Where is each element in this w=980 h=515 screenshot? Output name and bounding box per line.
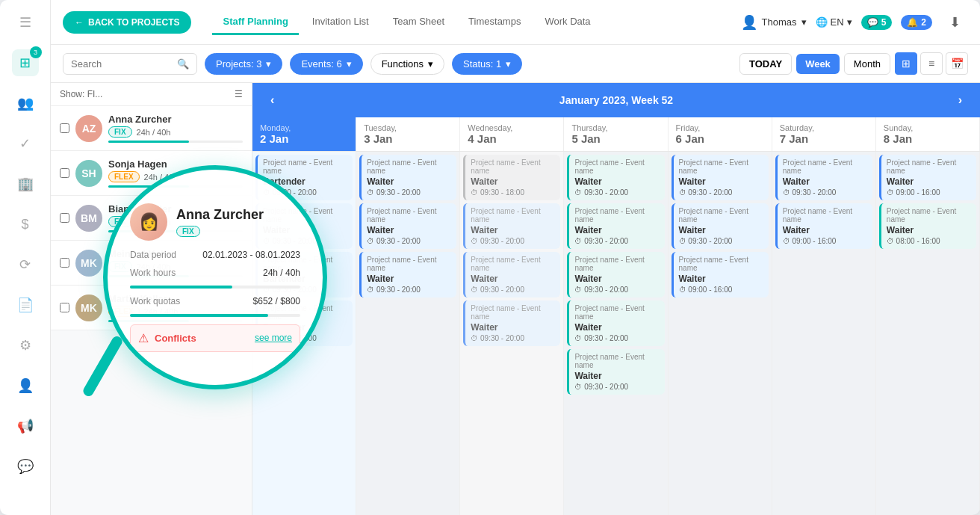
events-chevron-icon: ▾ — [347, 58, 352, 70]
functions-filter-button[interactable]: Functions ▾ — [370, 53, 444, 75]
staff-item[interactable]: MK Meinrad Keller FIX 24h / 40h — [51, 241, 252, 286]
event-card[interactable]: Project name - Event name Waiter ⏱ 09:00… — [775, 203, 872, 249]
sidebar-menu-icon[interactable]: ☰ — [12, 9, 39, 36]
calendar-col-thursday: Project name - Event name Waiter ⏱ 09:30… — [564, 152, 668, 515]
day-header-sunday[interactable]: Sunday, 8 Jan — [876, 117, 980, 151]
tab-team-sheet[interactable]: Team Sheet — [382, 10, 455, 35]
calendar-header: ‹ January 2023, Week 52 › — [252, 83, 980, 117]
event-card[interactable]: Project name - Event name Waiter ⏱ 09:30… — [567, 252, 664, 297]
staff-name: Meinrad Keller — [108, 248, 243, 259]
sidebar-building-icon[interactable]: 🏢 — [12, 170, 39, 197]
sidebar-gear-icon[interactable]: ⚙ — [12, 332, 39, 359]
event-card[interactable]: Project name - Event name Bartender ⏱ 09… — [255, 252, 353, 297]
staff-item[interactable]: BM Bianca Moller FIX 24h / 40h — [51, 196, 252, 241]
event-card[interactable]: Project name - Event name Waiter ⏱ 09:30… — [567, 300, 664, 346]
event-card[interactable]: Project name - Event name Waiter ⏱ 09:00… — [672, 252, 769, 297]
week-button[interactable]: Week — [796, 54, 840, 74]
event-card[interactable]: Project name - Event name Waiter ⏱ 09:30… — [775, 155, 872, 200]
calendar-days-header: Monday, 2 Jan Tuesday, 3 Jan Wednesday, … — [252, 117, 980, 152]
event-card[interactable]: Project name - Event name Waiter ⏱ 09:30… — [463, 300, 560, 346]
nav-tabs: Staff Planning Invitation List Team Shee… — [212, 10, 601, 35]
event-card[interactable]: Project name - Event name Bartender ⏱ 09… — [255, 155, 353, 200]
back-to-projects-button[interactable]: ← BACK TO PROJECTS — [63, 11, 191, 34]
day-header-thursday[interactable]: Thursday, 5 Jan — [564, 117, 668, 151]
staff-tag: FIX — [108, 216, 132, 227]
staff-name: Sonja Hagen — [108, 158, 243, 170]
search-input[interactable] — [71, 58, 171, 70]
user-chevron-icon: ▾ — [801, 16, 807, 28]
download-icon[interactable]: ⬇ — [941, 9, 968, 36]
card-view-button[interactable]: ⊞ — [895, 52, 917, 75]
staff-checkbox[interactable] — [60, 213, 69, 223]
event-card[interactable]: Project name - Event name Waiter ⏱ 09:30… — [567, 203, 664, 249]
day-header-monday[interactable]: Monday, 2 Jan — [252, 117, 356, 151]
next-week-button[interactable]: › — [952, 90, 968, 110]
tab-work-data[interactable]: Work Data — [534, 10, 601, 35]
sidebar-sync-icon[interactable]: ⟳ — [12, 251, 39, 278]
staff-checkbox[interactable] — [60, 123, 69, 133]
sidebar-user-icon[interactable]: 👤 — [12, 372, 39, 399]
avatar: MK — [75, 250, 102, 277]
search-box[interactable]: 🔍 — [63, 53, 197, 75]
staff-info: Meinrad Keller FIX 24h / 40h — [108, 248, 243, 277]
event-card[interactable]: Project name - Event name Waiter ⏱ 09:30… — [672, 155, 769, 200]
staff-item[interactable]: AZ Anna Zurcher FIX 24h / 40h — [51, 106, 252, 151]
projects-filter-button[interactable]: Projects: 3 ▾ — [205, 53, 282, 75]
staff-item[interactable]: MK Martin Keller FLEX 24h / 40h — [51, 286, 252, 330]
lang-label: EN — [831, 16, 844, 28]
events-filter-button[interactable]: Events: 6 ▾ — [290, 53, 362, 75]
staff-tag: FIX — [108, 126, 132, 138]
status-filter-button[interactable]: Status: 1 ▾ — [452, 53, 522, 75]
event-card[interactable]: Project name - Event name Waiter ⏱ 09:30… — [463, 252, 560, 297]
username-label: Thomas — [762, 16, 797, 28]
staff-tag: FIX — [108, 261, 132, 272]
sidebar-megaphone-icon[interactable]: 📢 — [12, 413, 39, 440]
staff-checkbox[interactable] — [60, 168, 69, 178]
day-header-wednesday[interactable]: Wednesday, 4 Jan — [460, 117, 564, 151]
grid-view-toggle: ⊞ ≡ 📅 — [895, 52, 968, 75]
day-header-friday[interactable]: Friday, 6 Jan — [669, 117, 772, 151]
staff-item[interactable]: SH Sonja Hagen FLEX 24h / 40h — [51, 151, 252, 196]
day-header-tuesday[interactable]: Tuesday, 3 Jan — [356, 117, 460, 151]
event-card[interactable]: Project name - Event name Waiter ⏱ 09:30… — [672, 203, 769, 249]
hours-fill — [108, 230, 189, 232]
event-card[interactable]: Project name - Event name Waiter ⏱ 09:00… — [879, 155, 976, 200]
event-card[interactable]: Project name - Event name Waiter ⏱ 08:00… — [879, 203, 976, 249]
list-view-button[interactable]: ≡ — [920, 52, 943, 75]
chat-notification-badge[interactable]: 💬 5 — [861, 15, 893, 30]
sidebar-check-icon[interactable]: ✓ — [12, 130, 39, 157]
tab-staff-planning[interactable]: Staff Planning — [212, 10, 298, 35]
sidebar-people-icon[interactable]: 👥 — [12, 90, 39, 117]
event-card[interactable]: Project name - Event name Waiter ⏱ 09:30… — [255, 203, 353, 249]
hours-fill — [108, 320, 189, 322]
bell-notification-badge[interactable]: 🔔 2 — [901, 15, 932, 30]
sidebar-chat-icon[interactable]: 💬 — [12, 453, 39, 480]
view-controls: TODAY Week Month ⊞ ≡ 📅 — [739, 52, 968, 75]
event-card[interactable]: Project name - Event name Waiter ⏱ 09:30… — [359, 203, 456, 249]
language-button[interactable]: 🌐 EN ▾ — [816, 16, 852, 28]
prev-week-button[interactable]: ‹ — [264, 90, 280, 110]
sidebar-doc-icon[interactable]: 📄 — [12, 292, 39, 318]
sidebar-grid-icon[interactable]: ⊞ 3 — [12, 49, 39, 76]
staff-checkbox[interactable] — [60, 258, 69, 268]
calendar-col-friday: Project name - Event name Waiter ⏱ 09:30… — [669, 152, 772, 515]
month-button[interactable]: Month — [844, 53, 890, 75]
staff-name: Anna Zurcher — [108, 114, 243, 125]
event-card[interactable]: Project name - Event name Bartender ⏱ 09… — [255, 300, 353, 346]
event-card[interactable]: Project name - Event name Waiter ⏱ 09:30… — [359, 252, 456, 297]
event-card[interactable]: Project name - Event name Waiter ⏱ 09:30… — [567, 349, 664, 395]
event-card[interactable]: Project name - Event name Waiter ⏱ 09:30… — [359, 155, 456, 200]
status-chevron-icon: ▾ — [506, 58, 511, 70]
tab-timestamps[interactable]: Timestamps — [458, 10, 531, 35]
tab-invitation-list[interactable]: Invitation List — [302, 10, 379, 35]
today-button[interactable]: TODAY — [739, 53, 792, 75]
event-card[interactable]: Project name - Event name Waiter ⏱ 09:30… — [567, 155, 664, 200]
event-card[interactable]: Project name - Event name Waiter ⏱ 09:30… — [463, 155, 560, 200]
projects-chevron-icon: ▾ — [266, 58, 271, 70]
day-header-saturday[interactable]: Saturday, 7 Jan — [772, 117, 876, 151]
sidebar-dollar-icon[interactable]: $ — [12, 211, 39, 238]
event-card[interactable]: Project name - Event name Waiter ⏱ 09:30… — [463, 203, 560, 249]
calendar-view-button[interactable]: 📅 — [946, 52, 968, 75]
user-menu-button[interactable]: 👤 Thomas ▾ — [741, 14, 807, 31]
staff-checkbox[interactable] — [60, 303, 69, 312]
